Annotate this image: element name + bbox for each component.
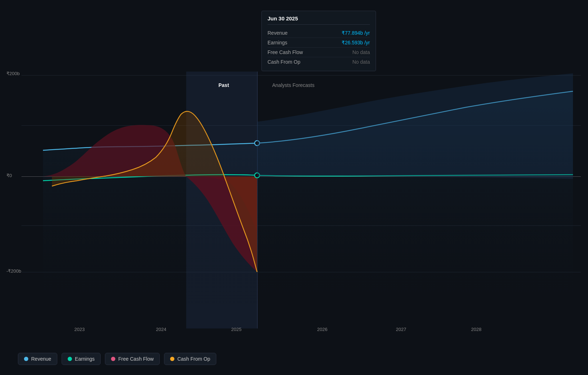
x-label-2026: 2026	[317, 327, 328, 332]
tooltip-value-cashop: No data	[352, 59, 370, 65]
legend-item-cashop[interactable]: Cash From Op	[164, 353, 216, 365]
y-label-zero: ₹0	[6, 173, 12, 178]
y-label-neg200b: -₹200b	[6, 268, 21, 274]
x-label-2027: 2027	[396, 327, 406, 332]
tooltip-row-revenue: Revenue ₹77.894b /yr	[268, 28, 370, 38]
legend-dot-cashop	[170, 357, 174, 361]
legend-dot-fcf	[111, 357, 115, 361]
legend-item-earnings[interactable]: Earnings	[62, 353, 101, 365]
legend: Revenue Earnings Free Cash Flow Cash Fro…	[18, 353, 216, 365]
x-label-2024: 2024	[156, 327, 167, 332]
tooltip-value-fcf: No data	[352, 49, 370, 55]
tooltip-row-fcf: Free Cash Flow No data	[268, 48, 370, 57]
tooltip-value-earnings: ₹26.593b /yr	[342, 40, 370, 45]
forecast-label: Analysts Forecasts	[272, 82, 314, 88]
legend-dot-revenue	[24, 357, 28, 361]
revenue-forecast-area	[257, 73, 573, 179]
tooltip-row-cashop: Cash From Op No data	[268, 57, 370, 67]
legend-label-fcf: Free Cash Flow	[118, 356, 154, 362]
legend-dot-earnings	[68, 357, 72, 361]
legend-item-revenue[interactable]: Revenue	[18, 353, 57, 365]
tooltip-date: Jun 30 2025	[268, 15, 370, 25]
tooltip-label-earnings: Earnings	[268, 40, 287, 45]
x-label-2028: 2028	[471, 327, 482, 332]
tooltip-label-cashop: Cash From Op	[268, 59, 300, 65]
y-label-200b: ₹200b	[6, 71, 20, 76]
legend-item-fcf[interactable]: Free Cash Flow	[105, 353, 160, 365]
legend-label-earnings: Earnings	[75, 356, 95, 362]
x-label-2025: 2025	[231, 327, 242, 332]
tooltip: Jun 30 2025 Revenue ₹77.894b /yr Earning…	[261, 11, 376, 71]
legend-label-cashop: Cash From Op	[177, 356, 210, 362]
tooltip-label-revenue: Revenue	[268, 30, 288, 36]
legend-label-revenue: Revenue	[31, 356, 51, 362]
past-label: Past	[218, 82, 247, 88]
x-label-2023: 2023	[74, 327, 85, 332]
tooltip-row-earnings: Earnings ₹26.593b /yr	[268, 38, 370, 48]
chart-container: ₹200b ₹0 -₹200b 2023 2024 2025 2026 2027…	[0, 0, 588, 375]
tooltip-label-fcf: Free Cash Flow	[268, 49, 303, 55]
tooltip-value-revenue: ₹77.894b /yr	[342, 30, 370, 36]
